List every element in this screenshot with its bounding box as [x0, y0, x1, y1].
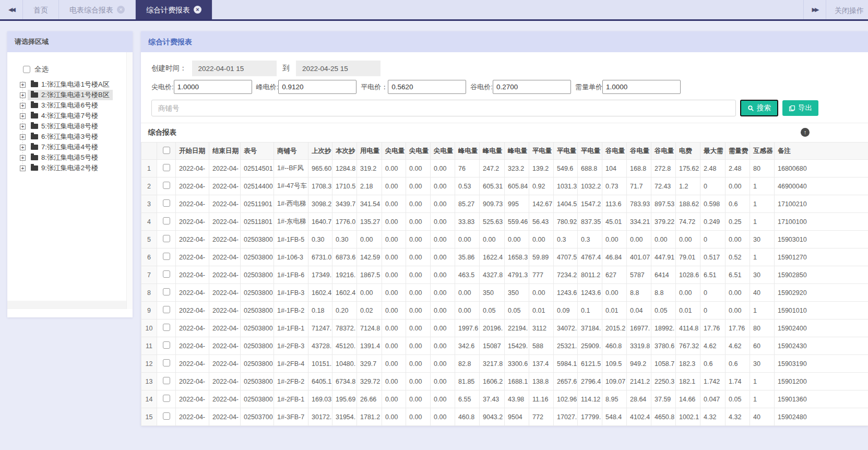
expand-plus-icon[interactable]: + — [20, 113, 26, 119]
row-checkbox[interactable] — [163, 235, 170, 242]
cell: 8.8 — [651, 284, 676, 302]
date-from-input[interactable] — [192, 61, 277, 76]
close-operations-menu[interactable]: 关闭操作 — [826, 0, 868, 19]
cell: 350 — [480, 284, 505, 302]
shop-number-input[interactable] — [151, 100, 736, 116]
tab-billing-report[interactable]: 综合计费报表 × — [136, 0, 212, 19]
cell: 80 — [750, 319, 775, 337]
cell: 6.51 — [700, 266, 726, 284]
row-checkbox[interactable] — [163, 199, 170, 207]
cell: 02514501 — [241, 160, 274, 177]
cell: 46.84 — [602, 248, 627, 266]
tree-item[interactable]: +8:张江集电港5号楼 — [20, 152, 133, 163]
cell: 5787 — [627, 266, 651, 284]
row-checkbox[interactable] — [163, 270, 170, 278]
cell: 1#-1FB-1 — [274, 319, 308, 337]
cell: 1#-1FB-5 — [274, 231, 308, 248]
tree-item[interactable]: +6:张江集电港3号楼 — [20, 132, 133, 142]
search-button-label: 搜索 — [757, 103, 771, 113]
tab-home[interactable]: 首页 — [23, 0, 59, 19]
row-checkbox[interactable] — [163, 324, 170, 331]
tree-item[interactable]: +9:张江集电港2号楼 — [20, 163, 133, 173]
row-number: 6 — [141, 248, 157, 266]
row-checkbox[interactable] — [163, 359, 170, 366]
tree-item[interactable]: +5:张江集电港8号楼 — [20, 121, 133, 132]
expand-plus-icon[interactable]: + — [20, 134, 26, 140]
cell: 3217.8 — [480, 355, 505, 373]
cell: 0.73 — [602, 177, 627, 195]
tabs-scroll-left-icon[interactable]: ◀◀ — [0, 0, 23, 19]
column-header: 尖电量 — [431, 143, 455, 160]
cell: 02503800 — [241, 373, 274, 390]
tab-meter-report[interactable]: 电表综合报表 × — [59, 0, 136, 19]
expand-plus-icon[interactable]: + — [20, 92, 26, 98]
cell: 76 — [455, 160, 480, 177]
row-checkbox[interactable] — [163, 164, 170, 171]
column-header: 用电量 — [357, 143, 382, 160]
sidebar-horizontal-scrollbar[interactable] — [7, 301, 126, 309]
table-row: 42022-04-2022-04-025118011#-东电梯1640.7177… — [141, 213, 868, 231]
cell: 342.6 — [455, 337, 480, 355]
expand-plus-icon[interactable]: + — [20, 103, 26, 109]
cell: 0.00 — [406, 195, 431, 213]
collapse-up-icon[interactable]: ↑ — [801, 128, 810, 137]
row-checkbox[interactable] — [163, 182, 170, 189]
valley-price-input[interactable] — [493, 80, 571, 94]
row-checkbox[interactable] — [163, 253, 170, 260]
cell: 0.05 — [505, 302, 529, 319]
close-icon[interactable]: × — [117, 6, 125, 14]
date-to-input[interactable] — [296, 61, 381, 76]
expand-plus-icon[interactable]: + — [20, 82, 26, 88]
area-tree: +1:张江集电港1号楼A区+2:张江集电港1号楼B区+3:张江集电港6号楼+4:… — [20, 79, 133, 173]
expand-plus-icon[interactable]: + — [20, 155, 26, 161]
cell: 323.2 — [505, 160, 529, 177]
close-icon[interactable]: × — [194, 6, 201, 14]
cell: 104 — [602, 160, 627, 177]
cell: 460.8 — [602, 337, 627, 355]
cell: 1#-2FB-2 — [274, 373, 308, 390]
cell: 3112 — [529, 319, 554, 337]
cell: 341.54 — [357, 195, 382, 213]
tree-item[interactable]: +7:张江集电港4号楼 — [20, 142, 133, 152]
tree-item[interactable]: +4:张江集电港7号楼 — [20, 111, 133, 121]
cell: 9043.2 — [480, 408, 505, 426]
tree-item[interactable]: +3:张江集电港6号楼 — [20, 100, 133, 111]
tree-item[interactable]: +2:张江集电港1号楼B区 — [20, 90, 133, 100]
expand-plus-icon[interactable]: + — [20, 145, 26, 150]
row-checkbox[interactable] — [163, 395, 170, 402]
row-checkbox[interactable] — [163, 377, 170, 384]
cell: 0.00 — [406, 373, 431, 390]
cell: 45.01 — [602, 213, 627, 231]
cell: 0.00 — [357, 284, 382, 302]
cell: 2022-04- — [209, 337, 241, 355]
tabs-scroll-right-icon[interactable]: ▶▶ — [803, 0, 826, 19]
row-checkbox[interactable] — [163, 306, 170, 313]
row-checkbox[interactable] — [163, 217, 170, 224]
sidebar-vertical-scrollbar[interactable] — [126, 52, 133, 309]
cell: 6731.0 — [308, 248, 332, 266]
expand-plus-icon[interactable]: + — [20, 124, 26, 129]
cell: 2022-04- — [209, 319, 241, 337]
expand-plus-icon[interactable]: + — [20, 165, 26, 171]
cell: 2022-04- — [176, 302, 209, 319]
flat-price-input[interactable] — [388, 80, 466, 94]
demand-price-input[interactable] — [602, 80, 681, 94]
cell: 2022-04- — [176, 355, 209, 373]
header-checkbox[interactable] — [163, 147, 170, 154]
select-all-row[interactable]: 全选 — [23, 65, 133, 74]
cell: 10480. — [332, 355, 357, 373]
cell: 0.00 — [431, 266, 455, 284]
search-button[interactable]: 搜索 — [740, 100, 778, 116]
export-button[interactable]: 导出 — [782, 100, 818, 116]
peak-price-input[interactable] — [278, 80, 356, 94]
sharp-price-label: 尖电价: — [151, 82, 174, 92]
tree-item[interactable]: +1:张江集电港1号楼A区 — [20, 79, 133, 90]
cell: 0.00 — [406, 390, 431, 408]
cell: 0.00 — [726, 231, 750, 248]
row-checkbox[interactable] — [163, 412, 170, 420]
row-checkbox[interactable] — [163, 288, 170, 295]
row-checkbox[interactable] — [163, 341, 170, 349]
cell: 02514400 — [241, 177, 274, 195]
sharp-price-input[interactable] — [174, 80, 252, 94]
select-all-checkbox[interactable] — [23, 66, 30, 73]
